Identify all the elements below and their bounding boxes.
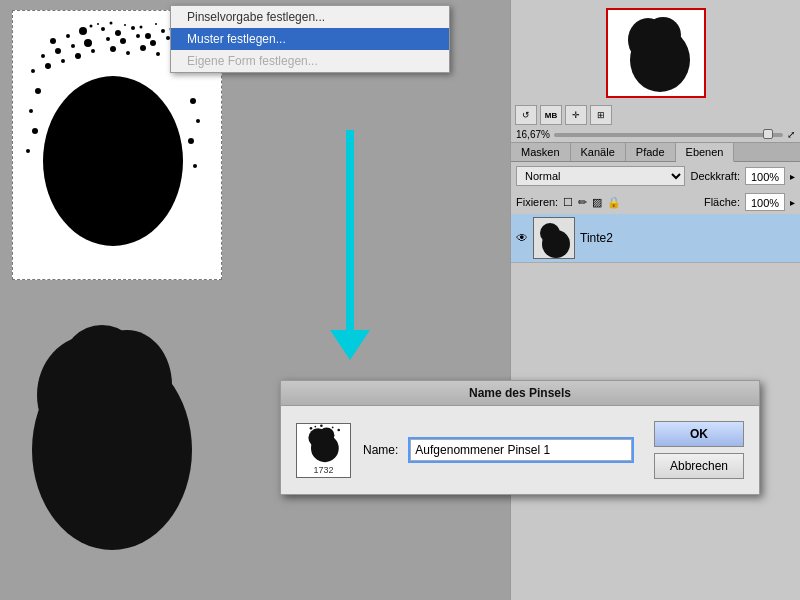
- svg-point-61: [309, 427, 312, 430]
- dialog-cancel-button[interactable]: Abbrechen: [654, 453, 744, 479]
- svg-point-65: [337, 428, 340, 431]
- zoom-bar: 16,67% ⤢: [511, 127, 800, 142]
- tab-kanaele[interactable]: Kanäle: [571, 143, 626, 161]
- zoom-level: 16,67%: [516, 129, 550, 140]
- zoom-slider-thumb[interactable]: [763, 129, 773, 139]
- fill-label: Fläche:: [704, 196, 740, 208]
- tool-btn-move[interactable]: ✛: [565, 105, 587, 125]
- lock-row: Fixieren: ☐ ✏ ▨ 🔒 Fläche: 100% ▸: [511, 190, 800, 214]
- svg-point-34: [26, 149, 30, 153]
- padlock-icon[interactable]: 🔒: [607, 196, 621, 209]
- dialog-brush-preview: [299, 424, 349, 463]
- opacity-value[interactable]: 100%: [745, 167, 785, 185]
- lock-checkbox-icon[interactable]: ☐: [563, 196, 573, 209]
- svg-point-40: [97, 23, 99, 25]
- svg-point-35: [190, 98, 196, 104]
- svg-point-16: [150, 40, 156, 46]
- dialog-thumb: 1732: [296, 423, 351, 478]
- svg-point-9: [41, 54, 45, 58]
- svg-point-39: [90, 25, 93, 28]
- svg-point-36: [196, 119, 200, 123]
- fill-arrow-icon[interactable]: ▸: [790, 197, 795, 208]
- zoom-slider-track[interactable]: [554, 133, 783, 137]
- brush-name-dialog: Name des Pinsels: [280, 380, 760, 495]
- svg-point-10: [55, 48, 61, 54]
- blend-mode-select[interactable]: Normal: [516, 166, 685, 186]
- svg-point-22: [75, 53, 81, 59]
- brush-lock-icon[interactable]: ✏: [578, 196, 587, 209]
- svg-point-21: [61, 59, 65, 63]
- context-menu: Pinselvorgabe festlegen... Muster festle…: [170, 5, 450, 73]
- layer-row[interactable]: 👁 Tinte2: [511, 214, 800, 263]
- dialog-ok-button[interactable]: OK: [654, 421, 744, 447]
- svg-point-6: [145, 33, 151, 39]
- dialog-body: 1732 Name: OK Abbrechen: [281, 406, 759, 494]
- svg-point-20: [45, 63, 51, 69]
- layer-thumbnail: [533, 217, 575, 259]
- svg-point-5: [131, 26, 135, 30]
- svg-point-37: [188, 138, 194, 144]
- context-menu-item-eigene-form: Eigene Form festlegen...: [171, 50, 449, 72]
- svg-point-2: [79, 27, 87, 35]
- svg-point-31: [35, 88, 41, 94]
- arrow-head: [330, 330, 370, 360]
- dialog-buttons: OK Abbrechen: [654, 421, 744, 479]
- svg-point-60: [318, 427, 334, 443]
- canvas-area: Pinselvorgabe festlegen... Muster festle…: [0, 0, 480, 600]
- tab-pfade[interactable]: Pfade: [626, 143, 676, 161]
- tool-btn-grid[interactable]: ⊞: [590, 105, 612, 125]
- blend-row: Normal Deckkraft: 100% ▸: [511, 162, 800, 190]
- svg-point-49: [62, 325, 142, 405]
- dialog-name-label: Name:: [363, 443, 398, 457]
- tab-masken[interactable]: Masken: [511, 143, 571, 161]
- zoom-expand-icon[interactable]: ⤢: [787, 129, 795, 140]
- context-menu-item-pinselvorgabe[interactable]: Pinselvorgabe festlegen...: [171, 6, 449, 28]
- svg-point-44: [155, 23, 157, 25]
- tool-btn-arrow[interactable]: ↺: [515, 105, 537, 125]
- ink-blob-bottom: [17, 295, 207, 560]
- svg-point-3: [101, 27, 105, 31]
- dialog-titlebar: Name des Pinsels: [281, 381, 759, 406]
- svg-point-7: [161, 29, 165, 33]
- svg-point-12: [84, 39, 92, 47]
- svg-point-63: [320, 424, 323, 427]
- arrow-line: [346, 130, 354, 330]
- svg-point-30: [43, 76, 183, 246]
- svg-point-62: [314, 425, 316, 427]
- svg-point-41: [110, 22, 113, 25]
- cyan-arrow: [330, 130, 370, 360]
- tab-ebenen[interactable]: Ebenen: [676, 143, 735, 162]
- svg-point-33: [32, 128, 38, 134]
- svg-point-0: [50, 38, 56, 44]
- opacity-arrow-icon[interactable]: ▸: [790, 171, 795, 182]
- svg-point-64: [331, 426, 333, 428]
- layer-thumb-image: [534, 218, 575, 259]
- thumbnail-image: [608, 10, 704, 96]
- svg-point-1: [66, 34, 70, 38]
- svg-point-13: [106, 37, 110, 41]
- tool-btn-mb[interactable]: MB: [540, 105, 562, 125]
- svg-point-25: [126, 51, 130, 55]
- svg-point-56: [540, 223, 560, 243]
- svg-point-32: [29, 109, 33, 113]
- tools-row: ↺ MB ✛ ⊞: [511, 103, 800, 127]
- dialog-thumb-number: 1732: [313, 465, 333, 475]
- dialog-name-input[interactable]: [410, 439, 632, 461]
- opacity-label: Deckkraft:: [690, 170, 740, 182]
- svg-point-27: [156, 52, 160, 56]
- canvas-bottom: [12, 295, 222, 590]
- thumbnail-box: [606, 8, 706, 98]
- svg-point-42: [124, 24, 126, 26]
- svg-point-23: [91, 49, 95, 53]
- fill-value[interactable]: 100%: [745, 193, 785, 211]
- svg-point-26: [140, 45, 146, 51]
- gradient-lock-icon[interactable]: ▨: [592, 196, 602, 209]
- tab-bar: Masken Kanäle Pfade Ebenen: [511, 143, 800, 162]
- svg-point-38: [193, 164, 197, 168]
- layer-visibility-icon[interactable]: 👁: [516, 231, 528, 245]
- right-panel: ↺ MB ✛ ⊞ 16,67% ⤢ Masken Kanäle Pfade Eb…: [510, 0, 800, 600]
- svg-point-11: [71, 44, 75, 48]
- fixieren-label: Fixieren:: [516, 196, 558, 208]
- context-menu-item-muster[interactable]: Muster festlegen...: [171, 28, 449, 50]
- svg-point-43: [140, 26, 143, 29]
